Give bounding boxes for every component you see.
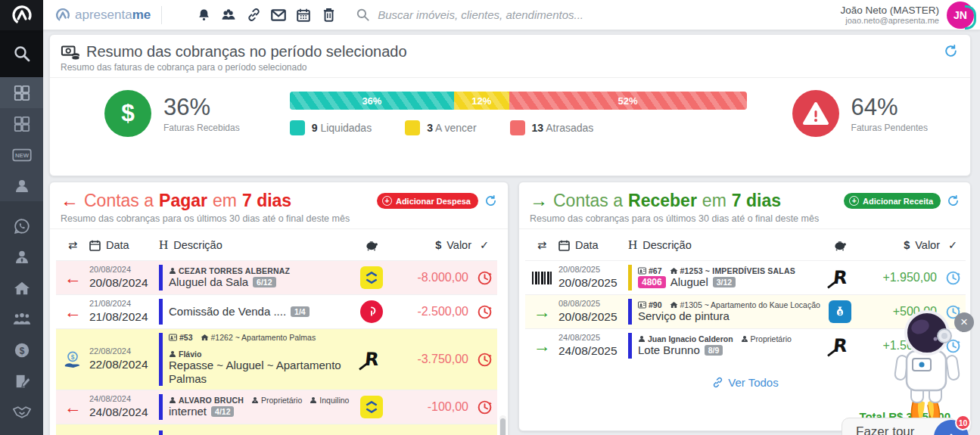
payable-row[interactable]: ← 24/08/202424/08/2024 ALVARO BRUCH Prop… [56,390,497,424]
receivable-value: +1.950,00 [860,271,940,284]
sidebar-item-new[interactable]: NEW [0,139,43,170]
legend-liquidadas: 9 Liquidadas [290,120,372,135]
date-column-header[interactable]: Data [89,239,159,251]
refresh-payables-button[interactable] [484,194,497,207]
app-logo[interactable] [0,0,43,30]
search-icon [13,45,31,63]
sidebar-item-modules[interactable] [0,108,43,139]
schedule-clock-icon[interactable] [471,352,497,368]
search-input[interactable] [378,8,695,21]
avatar[interactable]: JN [947,2,974,29]
new-badge-icon: NEW [12,148,32,162]
schedule-clock-icon[interactable] [471,270,497,286]
receivables-title-pre: Contas a [553,191,623,211]
summary-title: Resumo das cobranças no período selecion… [86,43,407,61]
receivables-title-days: 7 dias [732,191,781,211]
receivables-title-word: Receber [628,191,697,211]
value-column-header[interactable]: $ Valor [391,239,471,251]
sidebar-item-search[interactable] [0,30,43,77]
warning-circle-icon [792,90,839,137]
add-expense-button[interactable]: + Adicionar Despesa [377,193,478,209]
payable-row[interactable]: ← 20/08/202420/08/2024 CEZAR TORRES ALBE… [56,260,497,294]
receivables-subtitle: Resumo das cobranças para os últimos 30 … [530,213,960,224]
piggy-bank-icon [834,240,847,251]
svg-text:$: $ [838,310,842,316]
person-icon [169,396,176,404]
link-icon[interactable] [246,8,261,23]
close-mascot-button[interactable]: × [954,312,974,332]
pending-label: Faturas Pendentes [851,123,928,133]
swap-column-icon[interactable]: ⇄ [56,239,89,251]
value-column-header[interactable]: $ Valor [860,239,940,251]
incoming-arrow-icon: → [525,302,558,322]
refresh-receivables-button[interactable] [947,194,960,207]
owner-icon [741,335,748,343]
grid-icon [14,116,30,132]
link-icon [712,377,723,388]
sidebar-item-whatsapp[interactable] [0,210,43,241]
money-coins-icon [61,42,80,61]
apps-grid-icon[interactable] [171,8,186,23]
payable-row[interactable]: $ 22/08/202422/08/2024 #53 #1262 ~ Apart… [56,328,497,390]
table-scrollbar[interactable] [499,415,506,435]
scrollbar-thumb[interactable] [500,418,506,435]
bank-r-icon: R [832,267,848,288]
calendar-icon[interactable] [296,8,311,23]
payables-card: ← Contas a Pagar em 7 dias Resumo das co… [49,182,509,435]
pending-percent: 64% [851,94,928,121]
check-column-icon[interactable]: ✓ [940,239,966,251]
pending-stat: 64% Faturas Pendentes [792,90,928,137]
user-info[interactable]: João Neto (MASTER) joao.neto@apresenta.m… [840,5,939,25]
schedule-clock-icon[interactable] [471,399,497,415]
add-income-button[interactable]: + Adicionar Receita [844,193,941,209]
invoice-progress: 36% 12% 52% 9 Liquidadas 3 A vencer [290,92,747,135]
topbar-divider [161,6,162,24]
users-icon[interactable] [221,8,236,23]
banco-do-brasil-icon [360,266,383,289]
payable-row[interactable]: $ 22/08/2024 #42 #1246 ~ Apresentação - … [56,424,497,435]
bell-icon[interactable] [196,8,211,23]
payables-title-days: 7 dias [242,191,291,211]
sidebar-item-dashboard[interactable] [0,77,43,108]
swap-column-icon[interactable]: ⇄ [525,239,558,251]
receivable-row[interactable]: 20/08/202520/08/2025 #67 #1253 ~ IMPERDÍ… [525,260,966,294]
plus-icon: + [382,196,392,206]
refresh-icon [947,194,960,207]
payables-table-header: ⇄ Data H Descrição $ Valor ✓ [56,229,497,260]
mail-icon[interactable] [271,8,286,23]
home-icon [670,267,678,275]
sidebar-item-profile[interactable] [0,170,43,201]
schedule-clock-icon[interactable] [471,304,497,320]
brand[interactable]: apresentame [55,8,151,23]
refresh-summary-button[interactable] [944,44,958,58]
payable-value: -8.000,00 [391,271,471,284]
heading-icon: H [159,238,168,253]
bank-column-header[interactable] [352,240,391,251]
trash-icon[interactable] [321,8,336,23]
boleto-badge: 4806 [638,276,666,288]
sidebar-item-deals[interactable] [0,396,43,427]
outgoing-arrow-icon: ← [56,268,89,288]
description-column-header[interactable]: H Descrição [159,238,352,253]
sidebar-item-contracts[interactable] [0,365,43,396]
schedule-clock-icon[interactable] [940,270,966,286]
legend-swatch-red [510,120,525,135]
apresenta-logo-icon [11,5,33,26]
search-icon [356,8,370,22]
bank-column-header[interactable] [820,240,860,251]
sidebar-item-clients[interactable] [0,303,43,334]
payable-row[interactable]: ← 21/08/202421/08/2024 Comissão de Venda… [56,294,497,328]
svg-text:NEW: NEW [14,152,29,159]
receivables-header: → Contas a Receber em 7 dias Resumo das … [519,182,970,229]
brand-name-bold: me [132,8,151,22]
business-person-icon [14,250,30,265]
handshake-icon [13,405,31,419]
sidebar-item-properties[interactable] [0,272,43,303]
banco-do-brasil-icon [360,396,383,418]
description-column-header[interactable]: H Descrição [628,238,820,253]
progress-segment-a-vencer: 12% [454,92,509,110]
check-column-icon[interactable]: ✓ [471,239,497,251]
sidebar-item-brokers[interactable] [0,241,43,272]
date-column-header[interactable]: Data [558,239,628,251]
sidebar-item-finance[interactable]: $ [0,334,43,365]
